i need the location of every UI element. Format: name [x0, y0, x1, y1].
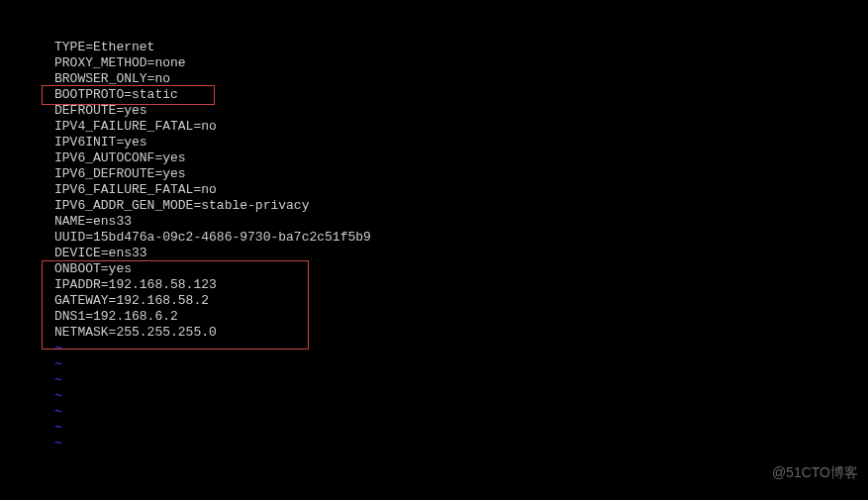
config-line: DNS1=192.168.6.2: [54, 309, 868, 325]
config-line: DEFROUTE=yes: [54, 103, 868, 119]
vi-empty-line: ~: [54, 404, 868, 420]
vi-empty-line: ~: [54, 341, 868, 356]
vi-empty-line: ~: [54, 356, 868, 372]
config-line: ONBOOT=yes: [54, 261, 868, 277]
config-line: IPV6_DEFROUTE=yes: [54, 166, 868, 182]
config-line: NAME=ens33: [54, 214, 868, 230]
config-line: NETMASK=255.255.255.0: [54, 325, 868, 341]
vi-empty-line: ~: [54, 436, 868, 451]
config-line: BROWSER_ONLY=no: [54, 71, 868, 87]
config-line: IPADDR=192.168.58.123: [54, 277, 868, 293]
config-line: TYPE=Ethernet: [54, 40, 868, 55]
config-line: IPV6INIT=yes: [54, 135, 868, 150]
config-line: IPV6_ADDR_GEN_MODE=stable-privacy: [54, 198, 868, 214]
config-line: GATEWAY=192.168.58.2: [54, 293, 868, 309]
config-line: BOOTPROTO=static: [54, 87, 868, 103]
config-line: PROXY_METHOD=none: [54, 55, 868, 71]
config-line: UUID=15bd476a-09c2-4686-9730-ba7c2c51f5b…: [54, 230, 868, 246]
vi-empty-line: ~: [54, 388, 868, 404]
config-line: DEVICE=ens33: [54, 246, 868, 261]
watermark-text: @51CTO博客: [772, 464, 858, 482]
config-line: IPV6_FAILURE_FATAL=no: [54, 182, 868, 198]
terminal-editor[interactable]: TYPE=Ethernet PROXY_METHOD=none BROWSER_…: [0, 0, 868, 451]
config-line: IPV6_AUTOCONF=yes: [54, 150, 868, 166]
vi-empty-line: ~: [54, 372, 868, 388]
config-line: IPV4_FAILURE_FATAL=no: [54, 119, 868, 135]
vi-empty-line: ~: [54, 420, 868, 436]
